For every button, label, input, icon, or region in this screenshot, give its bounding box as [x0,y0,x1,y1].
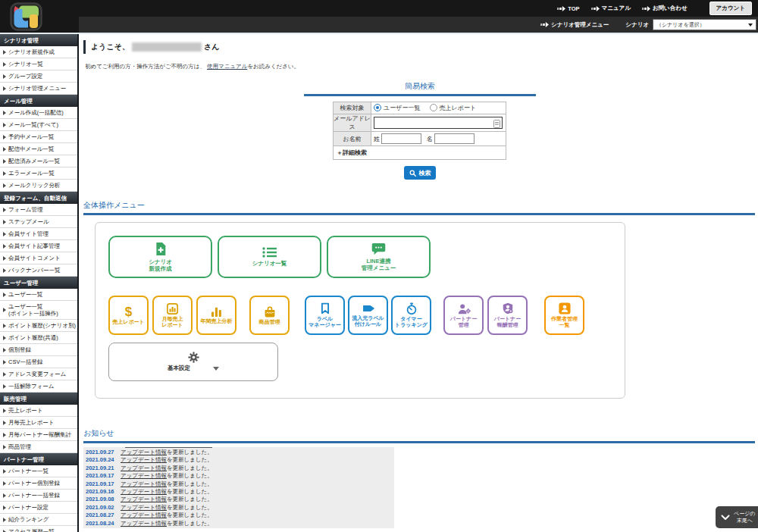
menu-button-line-menu[interactable]: LINE連携 管理メニュー [327,236,431,278]
basic-settings-button[interactable]: 基本設定 [108,343,278,381]
scenario-select-value: （シナリオを選択） [656,21,705,29]
menu-button-source-label-rules[interactable]: 流入元ラベル 付けルール [348,296,388,335]
menu-button-product-management[interactable]: 商品管理 [249,296,290,335]
sidebar-item-user-list-points[interactable]: ユーザー一覧 (ポイント一括操作) [0,301,77,320]
sidebar-item-address-change-form[interactable]: アドレス変更フォーム [0,368,77,380]
menu-button-sales-report[interactable]: $ 売上レポート [108,296,149,335]
sidebar-item-sales-report[interactable]: 売上レポート [0,405,77,417]
sidebar-item-point-history-scenario[interactable]: ポイント履歴(シナリオ別) [0,320,77,332]
sidebar-item-scenario-create[interactable]: シナリオ新規作成 [0,46,77,58]
global-menu-section: 全体操作メニュー シナリオ 新規作成 シナリオ一覧 [83,200,755,399]
menu-button-monthly-sales-report[interactable]: 月毎売上 レポート [152,296,193,335]
sidebar: シナリオ管理 シナリオ新規作成 シナリオ一覧 グループ設定 シナリオ管理メニュー… [0,34,79,532]
sidebar-item-form-management[interactable]: フォーム管理 [0,204,77,216]
triangle-right-icon [3,408,6,413]
last-name-field[interactable] [381,133,421,144]
menu-button-scenario-list[interactable]: シナリオ一覧 [218,236,321,278]
sidebar-item-mail-sending[interactable]: 配信中メール一覧 [0,143,77,155]
triangle-right-icon [3,183,6,188]
radio-user-list[interactable] [374,104,381,111]
first-name-field[interactable] [434,133,475,144]
detail-search-toggle[interactable]: ＋詳細検索 [334,146,506,160]
triangle-right-icon [3,220,6,224]
sidebar-item-monthly-partner-reward[interactable]: 月毎パートナー報酬集計 [0,429,77,441]
sidebar-item-member-site-articles[interactable]: 会員サイト記事管理 [0,240,77,252]
last-name-label: 姓 [374,136,380,142]
search-button[interactable]: 検索 [404,166,436,180]
stopwatch-icon [406,302,417,315]
sidebar-item-partner-settings[interactable]: パートナー設定 [0,502,77,514]
sidebar-item-scenario-menu[interactable]: シナリオ管理メニュー [0,83,77,95]
news-link[interactable]: アップデート情報 [121,472,167,480]
sidebar-item-user-list[interactable]: ユーザー一覧 [0,289,77,301]
news-link[interactable]: アップデート情報 [121,480,167,488]
triangle-right-icon [3,518,6,522]
chevron-down-icon [721,515,730,521]
menu-button-scenario-create[interactable]: シナリオ 新規作成 [108,236,212,278]
nav-contact-link[interactable]: お問い合わせ [642,5,688,12]
sidebar-item-csv-register[interactable]: CSV一括登録 [0,356,77,368]
radio-sales-report[interactable] [430,104,437,111]
sidebar-item-individual-register[interactable]: 個別登録 [0,344,77,356]
triangle-right-icon [3,159,6,164]
sidebar-item-partner-bulk-register[interactable]: パートナー一括登録 [0,490,77,502]
sidebar-item-mail-error[interactable]: エラーメール一覧 [0,167,77,180]
triangle-right-icon [3,433,6,437]
global-menu-box: シナリオ 新規作成 シナリオ一覧 LINE連携 管理メニュー [95,222,625,399]
triangle-right-icon [3,336,6,340]
sidebar-item-partner-list[interactable]: パートナー一覧 [0,465,77,477]
menu-button-partner-management[interactable]: パートナー 管理 [443,296,484,335]
sidebar-item-step-mail[interactable]: ステップメール [0,216,77,228]
gear-icon [188,352,199,363]
triangle-right-icon [3,208,6,212]
news-link[interactable]: アップデート情報 [121,488,167,496]
dollar-icon: $ [125,306,132,318]
page-bottom-button[interactable]: ページの 末尾へ [716,506,758,528]
news-row: 2021.09.21アップデート情報を更新しました。 [83,465,394,472]
section-divider [304,94,536,96]
sidebar-item-member-site[interactable]: 会員サイト管理 [0,228,77,240]
sidebar-item-mail-create[interactable]: メール作成(一括配信) [0,107,77,119]
nav-top-link[interactable]: TOP [557,5,579,12]
chevron-down-icon [213,367,219,371]
sidebar-item-product-management[interactable]: 商品管理 [0,441,77,453]
sidebar-item-group-settings[interactable]: グループ設定 [0,70,77,83]
menu-button-partner-reward[interactable]: パートナー 報酬管理 [487,296,528,335]
news-link[interactable]: アップデート情報 [121,465,167,472]
sidebar-item-mail-click-analysis[interactable]: メールクリック分析 [0,180,77,192]
news-date: 2021.09.27 [86,449,121,456]
sidebar-item-mail-list[interactable]: メール一覧(すべて) [0,119,77,131]
sidebar-item-bulk-unsubscribe-form[interactable]: 一括解除フォーム [0,380,77,393]
sidebar-item-monthly-sales-report[interactable]: 月毎売上レポート [0,417,77,429]
sidebar-item-scenario-list[interactable]: シナリオ一覧 [0,58,77,70]
sidebar-item-member-site-comments[interactable]: 会員サイトコメント [0,252,77,264]
news-link[interactable]: アップデート情報 [121,456,167,464]
nav-scenario-menu-link[interactable]: シナリオ管理メニュー [540,21,609,29]
sidebar-item-mail-sent[interactable]: 配信済みメール一覧 [0,155,77,167]
sidebar-item-partner-individual-register[interactable]: パートナー個別登録 [0,477,77,490]
news-link[interactable]: アップデート情報 [121,504,167,512]
sidebar-item-referral-ranking[interactable]: 紹介ランキング [0,514,77,526]
news-link[interactable]: アップデート情報 [121,449,167,456]
basic-settings-label: 基本設定 [168,365,190,372]
sidebar-item-point-history-common[interactable]: ポイント履歴(共通) [0,332,77,344]
news-date: 2021.09.16 [86,488,121,496]
news-link[interactable]: アップデート情報 [121,520,167,527]
sidebar-item-backnumber-list[interactable]: バックナンバー一覧 [0,264,77,277]
news-link[interactable]: アップデート情報 [121,512,167,519]
app-logo[interactable] [10,2,42,31]
menu-button-annual-sales-analysis[interactable]: 年間売上分析 [196,296,236,335]
news-link[interactable]: アップデート情報 [121,496,167,503]
sidebar-section-sales: 販売管理 [0,393,77,405]
sidebar-item-mail-reserved[interactable]: 予約中メール一覧 [0,131,77,143]
manual-link[interactable]: 使用マニュアル [207,63,247,70]
menu-button-worker-management[interactable]: 作業者管理 一覧 [544,296,584,335]
account-button[interactable]: アカウント [709,2,752,15]
menu-button-timer-tracking[interactable]: タイマー トラッキング [391,296,431,335]
email-field[interactable] [374,117,502,128]
nav-manual-link[interactable]: マニュアル [591,5,631,12]
scenario-select[interactable]: （シナリオを選択） [653,19,756,30]
triangle-right-icon [3,445,6,449]
sidebar-item-access-history[interactable]: アクセス履歴一覧 [0,526,77,532]
menu-button-label-manager[interactable]: ラベル マネージャー [305,296,345,335]
